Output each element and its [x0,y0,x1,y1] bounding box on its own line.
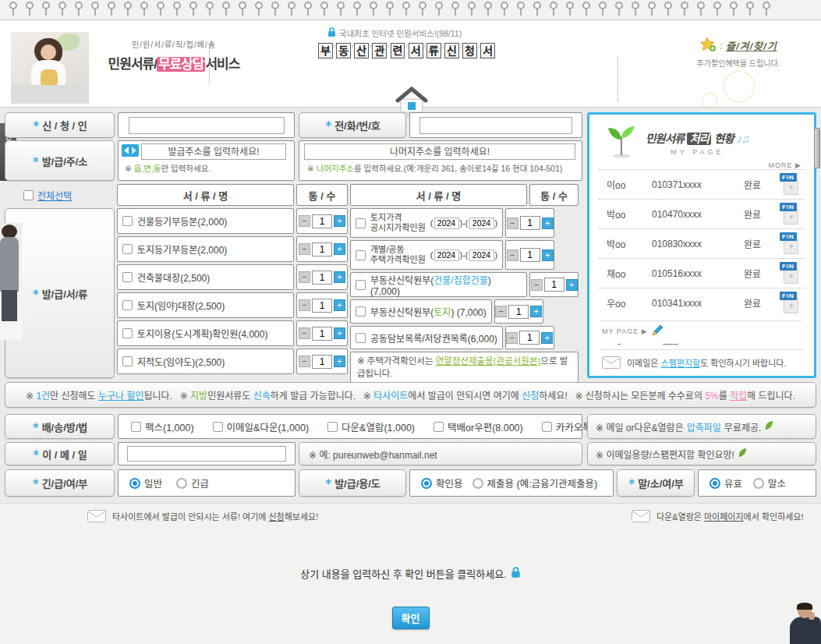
year-end-link[interactable]: 연말정산제출용(관공서원본) [436,356,541,366]
delivery-option[interactable]: 다운&열람(1,000) [327,419,415,434]
quantity-input[interactable] [312,242,332,257]
doc-checkbox[interactable] [122,272,133,282]
decrement-button[interactable]: − [495,306,507,317]
increment-button[interactable]: + [541,332,553,344]
doc-checkbox[interactable] [356,333,366,343]
doc-checkbox[interactable] [356,218,366,228]
zipcode-search-icon[interactable] [122,144,139,160]
increment-button[interactable]: + [334,215,345,227]
brand[interactable]: 민/원/서/류/직/접/배/송 민원서류/무료상담서비스 [92,38,256,73]
notice-regional: ※ 지방민원서류도 신속하게 발급 가능합니다. [180,388,356,402]
quantity-input[interactable] [520,248,540,262]
scroll-handle[interactable] [814,128,820,168]
fin-document-icon[interactable]: ▼FIN [778,292,802,315]
fin-document-icon[interactable]: ▼FIN [778,262,802,285]
address2-input[interactable] [304,143,575,160]
mypage-link[interactable]: 마이페이지 [704,512,744,522]
year-from-input[interactable] [434,218,459,229]
year-to-input[interactable] [469,249,494,261]
mypage-link[interactable]: MY PAGE ▶ [602,320,802,338]
doc-checkbox[interactable] [122,216,133,226]
radio-option[interactable]: 말소 [753,476,786,490]
increment-button[interactable]: + [334,299,345,311]
quantity-input[interactable] [312,271,332,285]
notice-othersite: ※ 타사이트에서 발급이 안되시면 여기에 신청하세요! [363,388,568,402]
doc-checkbox[interactable] [122,328,133,338]
year-to-input[interactable] [469,218,494,229]
increment-button[interactable]: + [334,271,345,283]
quantity-input[interactable] [312,299,332,313]
applicant-input[interactable] [129,117,285,134]
phone-input[interactable] [419,117,572,134]
doc-checkbox[interactable] [356,280,366,290]
radio-selected[interactable] [129,478,140,489]
favorites-label[interactable]: 즐/겨/찾/기 [726,38,777,53]
quantity-input[interactable] [508,305,529,319]
select-all-link[interactable]: 전체선택 [37,189,72,202]
decrement-button[interactable]: − [299,327,310,339]
doc-checkbox[interactable] [356,306,366,317]
decrement-button[interactable]: − [299,271,310,283]
radio-selected[interactable] [710,478,720,489]
increment-button[interactable]: + [530,306,542,317]
fin-document-icon[interactable]: ▼FIN [778,232,802,256]
decrement-button[interactable]: − [531,279,543,291]
radio-unselected[interactable] [472,478,483,489]
doc-checkbox[interactable] [122,300,133,310]
radio-option[interactable]: 확인용 [421,476,463,490]
radio-unselected[interactable] [753,478,764,489]
delivery-option[interactable]: 팩스(1,000) [131,419,194,434]
decrement-button[interactable]: − [299,299,310,311]
radio-option[interactable]: 유효 [710,476,742,490]
zip-file-link[interactable]: 압축파일 [687,420,721,433]
apply-link[interactable]: 신청 [269,512,285,522]
brand-title: 민원서류/무료상담서비스 [92,53,256,73]
radio-option[interactable]: 긴급 [176,476,209,490]
doc-checkbox[interactable] [356,250,366,260]
decrement-button[interactable]: − [507,249,518,261]
quantity-input[interactable] [312,355,332,369]
fin-document-icon[interactable]: ▼FIN [778,203,802,226]
radio-option[interactable]: 제출용 (예:금융기관제출용) [472,476,598,490]
doc-checkbox[interactable] [122,244,133,254]
radio-selected[interactable] [421,478,432,489]
quantity-input[interactable] [520,216,540,230]
year-from-input[interactable] [434,249,459,261]
status-name: 채oo [607,267,652,280]
delivery-checkbox[interactable] [327,422,338,432]
select-all[interactable]: 전체선택 [5,184,115,206]
radio-unselected[interactable] [176,478,187,489]
decrement-button[interactable]: − [299,243,310,255]
delivery-option[interactable]: 이메일&다운(1,000) [213,419,309,434]
decrement-button[interactable]: − [507,218,518,229]
quantity-input[interactable] [519,331,540,345]
quantity-input[interactable] [312,214,332,228]
spam-folder-link[interactable]: 스팸편지함 [661,359,701,368]
delivery-checkbox[interactable] [542,422,552,432]
increment-button[interactable]: + [334,243,345,255]
increment-button[interactable]: + [334,356,345,367]
increment-button[interactable]: + [542,249,554,261]
quantity-input[interactable] [312,327,332,341]
fin-document-icon[interactable]: ▼FIN [778,173,802,196]
decrement-button[interactable]: − [506,332,518,344]
title-char: 련 [391,43,405,58]
address-input[interactable] [141,143,286,160]
confirm-button[interactable]: 확인 [392,607,430,629]
increment-button[interactable]: + [334,327,345,339]
radio-option[interactable]: 일반 [129,476,162,490]
increment-button[interactable]: + [542,218,554,229]
decrement-button[interactable]: − [299,215,310,227]
select-all-checkbox[interactable] [23,190,34,200]
decrement-button[interactable]: − [299,356,310,367]
quantity-input[interactable] [544,278,564,292]
doc-checkbox[interactable] [122,356,133,366]
favorites[interactable]: : 즐/겨/찾/기 추가할인혜택을 드립니다. [672,37,805,69]
more-link[interactable]: MORE ▶ [602,161,802,169]
delivery-checkbox[interactable] [434,422,444,432]
email-input[interactable] [127,446,286,462]
delivery-option[interactable]: 택배or우편(8.000) [434,419,523,434]
delivery-checkbox[interactable] [213,422,223,432]
increment-button[interactable]: + [566,279,578,291]
delivery-checkbox[interactable] [131,422,141,432]
